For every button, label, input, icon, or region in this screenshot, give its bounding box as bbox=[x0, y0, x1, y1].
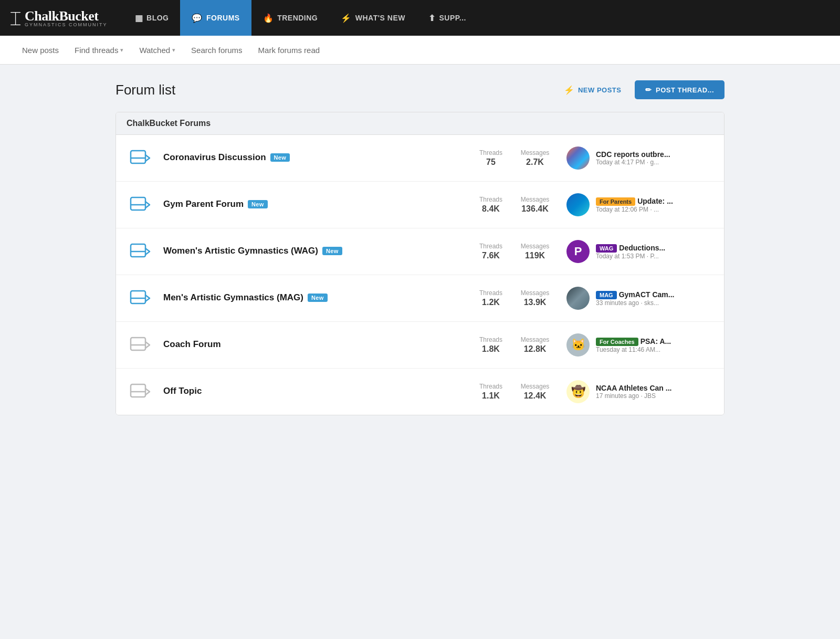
forum-name-row-gym-parent: Gym Parent Forum New bbox=[163, 199, 470, 209]
forums-icon: 💬 bbox=[192, 13, 203, 23]
new-badge-wag: New bbox=[322, 247, 342, 255]
subnav-find-threads[interactable]: Find threads ▾ bbox=[68, 43, 130, 58]
subnav-new-posts[interactable]: New posts bbox=[16, 43, 65, 58]
trending-icon: 🔥 bbox=[263, 13, 274, 23]
forum-name-row-coronavirus: Coronavirus Discussion New bbox=[163, 152, 470, 163]
forum-icon-mag bbox=[127, 285, 154, 312]
forum-latest-off-topic: 🤠 NCAA Athletes Can ... 17 minutes ago ·… bbox=[566, 380, 713, 403]
sub-navigation: New posts Find threads ▾ Watched ▾ Searc… bbox=[0, 36, 840, 65]
nav-item-forums[interactable]: 💬 FORUMS bbox=[180, 0, 251, 36]
forum-latest-gym-parent: For ParentsUpdate: ... Today at 12:06 PM… bbox=[566, 193, 713, 216]
avatar-mag bbox=[566, 287, 590, 310]
messages-label: Messages bbox=[519, 383, 551, 390]
logo-subtitle: GYMNASTICS COMMUNITY bbox=[25, 22, 108, 27]
threads-value-mag: 1.2K bbox=[482, 298, 500, 307]
avatar-coronavirus bbox=[566, 146, 590, 170]
subnav-watched[interactable]: Watched ▾ bbox=[133, 43, 182, 58]
header-actions: ⚡ NEW POSTS ✏ POST THREAD... bbox=[556, 80, 724, 99]
new-badge-gym-parent: New bbox=[248, 200, 268, 208]
new-posts-button-label: NEW POSTS bbox=[578, 86, 622, 94]
messages-value-off-topic: 12.4K bbox=[524, 391, 547, 400]
messages-label: Messages bbox=[519, 243, 551, 250]
forum-row-coronavirus: Coronavirus Discussion New Threads 75 Me… bbox=[116, 135, 724, 182]
threads-value-wag: 7.6K bbox=[482, 251, 500, 260]
new-posts-button[interactable]: ⚡ NEW POSTS bbox=[556, 81, 628, 99]
messages-value-coronavirus: 2.7K bbox=[526, 158, 544, 166]
nav-label-whats-new: WHAT'S NEW bbox=[355, 14, 405, 22]
forum-stats-coronavirus: Threads 75 Messages 2.7K bbox=[475, 149, 551, 167]
subnav-watched-label: Watched bbox=[139, 46, 170, 55]
forum-stats-off-topic: Threads 1.1K Messages 12.4K bbox=[475, 383, 551, 401]
forum-name-off-topic[interactable]: Off Topic bbox=[163, 386, 202, 396]
logo[interactable]: ⌶ ChalkBucket GYMNASTICS COMMUNITY bbox=[10, 8, 108, 27]
forum-info-gym-parent: Gym Parent Forum New bbox=[163, 199, 470, 211]
nav-item-blog[interactable]: ▦ BLOG bbox=[123, 0, 181, 36]
stat-messages-gym-parent: Messages 136.4K bbox=[519, 196, 551, 214]
messages-label: Messages bbox=[519, 149, 551, 156]
forum-row-gym-parent: Gym Parent Forum New Threads 8.4K Messag… bbox=[116, 182, 724, 228]
latest-meta-coach: Tuesday at 11:46 AM... bbox=[596, 346, 671, 353]
new-badge-mag: New bbox=[308, 294, 328, 302]
subnav-find-threads-label: Find threads bbox=[75, 46, 118, 55]
threads-label: Threads bbox=[475, 383, 507, 390]
latest-title-wag[interactable]: WAGDeductions... bbox=[596, 244, 665, 253]
nav-label-trending: TRENDING bbox=[277, 14, 318, 22]
forum-name-row-mag: Men's Artistic Gymnastics (MAG) New bbox=[163, 292, 470, 303]
forum-stats-coach: Threads 1.8K Messages 12.8K bbox=[475, 336, 551, 354]
latest-info-off-topic: NCAA Athletes Can ... 17 minutes ago · J… bbox=[596, 384, 671, 400]
svg-rect-1 bbox=[131, 197, 145, 210]
avatar-gym-parent bbox=[566, 193, 590, 216]
whats-new-icon: ⚡ bbox=[341, 13, 352, 23]
subnav-mark-forums-read[interactable]: Mark forums read bbox=[252, 43, 327, 58]
post-thread-button-label: POST THREAD... bbox=[656, 86, 714, 94]
nav-item-whats-new[interactable]: ⚡ WHAT'S NEW bbox=[329, 0, 417, 36]
forum-info-mag: Men's Artistic Gymnastics (MAG) New bbox=[163, 292, 470, 304]
forum-name-gym-parent[interactable]: Gym Parent Forum bbox=[163, 199, 244, 209]
forum-name-mag[interactable]: Men's Artistic Gymnastics (MAG) bbox=[163, 292, 303, 303]
latest-meta-coronavirus: Today at 4:17 PM · g... bbox=[596, 159, 670, 166]
post-thread-button[interactable]: ✏ POST THREAD... bbox=[635, 80, 724, 99]
forum-name-wag[interactable]: Women's Artistic Gymnastics (WAG) bbox=[163, 246, 318, 256]
stat-threads-off-topic: Threads 1.1K bbox=[475, 383, 507, 401]
latest-title-mag[interactable]: MAGGymACT Cam... bbox=[596, 290, 674, 299]
tag-coaches: For Coaches bbox=[596, 338, 638, 346]
subnav-search-forums[interactable]: Search forums bbox=[185, 43, 249, 58]
nav-item-trending[interactable]: 🔥 TRENDING bbox=[251, 0, 330, 36]
threads-label: Threads bbox=[475, 149, 507, 156]
forum-info-coronavirus: Coronavirus Discussion New bbox=[163, 152, 470, 164]
latest-title-gym-parent[interactable]: For ParentsUpdate: ... bbox=[596, 197, 673, 206]
stat-messages-off-topic: Messages 12.4K bbox=[519, 383, 551, 401]
messages-value-coach: 12.8K bbox=[524, 344, 547, 353]
threads-label: Threads bbox=[475, 243, 507, 250]
forum-row-mag: Men's Artistic Gymnastics (MAG) New Thre… bbox=[116, 275, 724, 322]
forum-name-coach[interactable]: Coach Forum bbox=[163, 339, 221, 350]
forum-latest-coach: 🐱 For CoachesPSA: A... Tuesday at 11:46 … bbox=[566, 333, 713, 357]
latest-meta-gym-parent: Today at 12:06 PM · ... bbox=[596, 206, 673, 213]
svg-rect-4 bbox=[131, 338, 145, 350]
stat-messages-mag: Messages 13.9K bbox=[519, 289, 551, 307]
forum-section: ChalkBucket Forums Coronavirus Discussio… bbox=[116, 112, 724, 415]
nav-label-forums: FORUMS bbox=[206, 14, 240, 22]
latest-meta-mag: 33 minutes ago · sks... bbox=[596, 299, 674, 307]
stat-threads-gym-parent: Threads 8.4K bbox=[475, 196, 507, 214]
latest-title-coach[interactable]: For CoachesPSA: A... bbox=[596, 337, 671, 346]
forum-name-row-off-topic: Off Topic bbox=[163, 386, 470, 396]
nav-item-support[interactable]: ⬆ SUPP... bbox=[417, 0, 478, 36]
forum-icon-coach bbox=[127, 331, 154, 359]
latest-title-off-topic[interactable]: NCAA Athletes Can ... bbox=[596, 384, 671, 392]
stat-threads-wag: Threads 7.6K bbox=[475, 243, 507, 260]
latest-title-coronavirus[interactable]: CDC reports outbre... bbox=[596, 150, 670, 159]
logo-text: ChalkBucket bbox=[25, 8, 98, 24]
forum-name-coronavirus[interactable]: Coronavirus Discussion bbox=[163, 152, 266, 163]
avatar-off-topic: 🤠 bbox=[566, 380, 590, 403]
forum-stats-mag: Threads 1.2K Messages 13.9K bbox=[475, 289, 551, 307]
tag-mag: MAG bbox=[596, 291, 617, 299]
threads-label: Threads bbox=[475, 336, 507, 343]
main-content: Forum list ⚡ NEW POSTS ✏ POST THREAD... … bbox=[105, 65, 735, 439]
threads-value-gym-parent: 8.4K bbox=[482, 204, 500, 213]
logo-icon: ⌶ bbox=[10, 9, 20, 26]
threads-label: Threads bbox=[475, 289, 507, 297]
messages-label: Messages bbox=[519, 289, 551, 297]
forum-icon-gym-parent bbox=[127, 191, 154, 218]
stat-threads-mag: Threads 1.2K bbox=[475, 289, 507, 307]
